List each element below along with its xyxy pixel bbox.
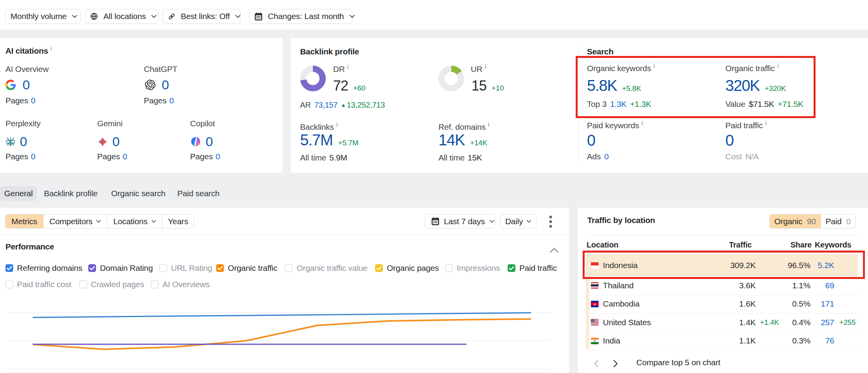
col-traffic[interactable]: Traffic [729,241,752,249]
monthly-volume-dropdown[interactable]: Monthly volume [5,9,81,24]
keywords-link[interactable]: 76 [825,336,834,345]
performance-card: Metrics Competitors Locations Years Last… [0,208,569,373]
competitors-segment[interactable]: Competitors [44,214,107,228]
backlinks-alltime: All time5.9M [300,153,347,162]
organic-toggle[interactable]: Organic 90 [770,214,821,228]
col-share[interactable]: Share [790,241,812,249]
tab-general[interactable]: General [0,186,37,201]
paid-traffic-value[interactable]: 0 [725,132,734,149]
col-keywords[interactable]: Keywords [815,241,851,249]
locations-dropdown[interactable]: All locations [85,9,159,24]
keywords-link[interactable]: 171 [821,299,834,309]
metric-checkbox-crawled-pages[interactable]: Crawled pages [79,280,144,288]
ref-domains-value[interactable]: 14K [438,131,465,149]
perplexity-count[interactable]: 0 [20,134,27,149]
metric-checkbox-ai-overviews[interactable]: AI Overviews [151,280,210,288]
paid-traffic-label: Paid traffici [725,121,767,130]
checkbox-icon [5,264,13,272]
cost-row: CostN/A [725,152,759,161]
checkbox-icon [88,264,96,272]
keywords-link[interactable]: 69 [825,281,834,290]
keywords-link[interactable]: 257 [821,318,834,327]
view-segmented-control: Metrics Competitors Locations Years [5,214,194,228]
keywords-delta: +255 [839,318,856,327]
pages-count-link[interactable]: 0 [216,152,220,161]
traffic-value: 1.6K [739,299,756,309]
next-page-chevron-icon[interactable] [613,360,618,370]
google-icon [5,80,16,90]
gemini-count[interactable]: 0 [112,134,119,149]
metric-checkbox-impressions[interactable]: Impressions [445,264,500,272]
metric-checkbox-organic-pages[interactable]: Organic pages [375,264,439,272]
chevron-down-icon [489,220,494,223]
gemini-label: Gemini [97,119,122,128]
pages-count-link[interactable]: 0 [169,96,174,105]
changes-label: Changes: Last month [268,12,344,21]
metrics-segment[interactable]: Metrics [5,214,44,228]
metric-checkbox-organic-traffic[interactable]: Organic traffic [216,264,277,272]
more-options-kebab-icon[interactable] [545,214,555,228]
chatgpt-count[interactable]: 0 [162,77,169,92]
info-icon[interactable]: i [488,121,489,128]
metric-checkbox-domain-rating[interactable]: Domain Rating [88,264,153,272]
traffic-delta: +1.4K [760,318,779,327]
metric-checkbox-referring-domains[interactable]: Referring domains [5,264,82,272]
granularity-dropdown[interactable]: Daily [500,214,536,228]
best-links-label: Best links: Off [181,12,230,21]
copilot-count[interactable]: 0 [206,134,213,149]
chevron-down-icon [235,15,241,18]
ar-delta: ▲13,252,713 [341,101,385,109]
ar-value-link[interactable]: 73,157 [314,101,337,109]
monthly-volume-label: Monthly volume [10,12,66,21]
backlink-profile-title: Backlink profile [300,47,359,56]
copilot-label: Copilot [190,119,215,128]
compare-top5-link[interactable]: Compare top 5 on chart [636,358,720,367]
ur-value: 15 [472,78,486,94]
country-name: United States [603,318,651,327]
changes-dropdown[interactable]: Changes: Last month [249,9,353,24]
metric-label: Domain Rating [100,263,153,273]
paid-toggle[interactable]: Paid 0 [821,214,855,228]
ads-value-link[interactable]: 0 [604,152,609,161]
top-filter-bar: Monthly volume All locations Best links:… [0,0,868,30]
locations-segment[interactable]: Locations [107,214,162,228]
info-icon[interactable]: i [51,45,52,52]
pages-count-link[interactable]: 0 [123,152,127,161]
calendar-icon [255,12,262,21]
info-icon[interactable]: i [485,63,486,70]
metric-checkbox-paid-traffic-cost[interactable]: Paid traffic cost [5,280,72,288]
pages-count-link[interactable]: 0 [31,152,35,161]
info-icon[interactable]: i [641,120,643,126]
ai-citations-title: AI citationsi [5,46,52,56]
dr-label: DRi [333,64,349,74]
paid-keywords-value[interactable]: 0 [587,132,595,149]
ai-overview-count[interactable]: 0 [23,77,30,92]
tab-paid-search[interactable]: Paid search [177,186,220,201]
info-icon[interactable]: i [336,121,338,128]
col-location[interactable]: Location [587,241,618,249]
highlight-edge-strip [586,276,589,349]
traffic-value: 3.6K [739,281,756,290]
years-segment[interactable]: Years [162,214,194,228]
date-range-label: Last 7 days [444,217,485,226]
date-range-dropdown[interactable]: Last 7 days [425,214,495,228]
dr-ar-row: AR73,157▲13,252,713 [300,101,385,110]
tab-backlink-profile[interactable]: Backlink profile [44,186,98,201]
info-icon[interactable]: i [347,63,349,70]
annotation-rect-search [576,56,816,118]
collapse-chevron-up-icon[interactable] [550,246,559,255]
traffic-value: 1.1K [739,336,756,345]
metric-checkbox-url-rating[interactable]: URL Rating [159,264,212,272]
share-value: 1.1% [792,281,810,290]
annotation-rect-indonesia [583,251,865,279]
info-icon[interactable]: i [765,120,767,126]
traffic-by-location-title: Traffic by location [587,216,655,225]
backlinks-value[interactable]: 5.7M [300,131,333,149]
tab-organic-search[interactable]: Organic search [111,186,166,201]
prev-page-chevron-icon[interactable] [593,360,599,370]
performance-title: Performance [5,242,54,251]
metric-checkbox-organic-traffic-value[interactable]: Organic traffic value [285,264,367,272]
best-links-dropdown[interactable]: Best links: Off [162,9,241,24]
metric-checkbox-paid-traffic[interactable]: Paid traffic [508,264,557,272]
pages-count-link[interactable]: 0 [31,96,35,105]
